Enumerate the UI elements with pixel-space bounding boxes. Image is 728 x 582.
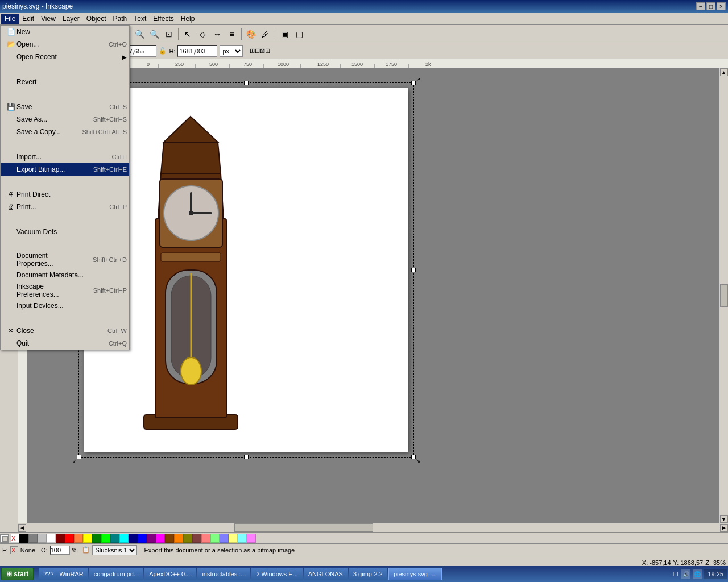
menu-inkscape-prefs[interactable]: Inkscape Preferences... Shift+Ctrl+P bbox=[1, 281, 129, 300]
menu-path[interactable]: Path bbox=[110, 14, 131, 24]
color-brown[interactable] bbox=[165, 534, 174, 543]
vscrollbar[interactable]: ▲ ▼ bbox=[719, 68, 728, 523]
color-lightgreen[interactable] bbox=[210, 534, 220, 543]
color-lightmagenta[interactable] bbox=[247, 534, 256, 543]
tb-align[interactable]: ≡ bbox=[225, 27, 239, 41]
color-lightred[interactable] bbox=[201, 534, 210, 543]
color-cyan[interactable] bbox=[119, 534, 129, 543]
menu-text[interactable]: Text bbox=[130, 14, 150, 24]
color-darkorange[interactable] bbox=[174, 534, 183, 543]
menu-sep6 bbox=[1, 238, 129, 251]
svg-text:1250: 1250 bbox=[317, 61, 329, 67]
unit-select[interactable]: px mm cm in bbox=[220, 45, 243, 57]
color-lightyellow[interactable] bbox=[229, 534, 238, 543]
taskbar-gimp[interactable]: 3 gimp-2.2 bbox=[349, 568, 387, 580]
tb-zoom-fit[interactable]: ⊡ bbox=[162, 27, 176, 41]
coord-y-display: Y: 1868,57 bbox=[673, 559, 704, 566]
taskbar-sep1 bbox=[36, 568, 36, 580]
menubar: File Edit View Layer Object Path Text Ef… bbox=[0, 13, 728, 25]
menu-new[interactable]: 📄 New bbox=[1, 26, 129, 38]
menu-open[interactable]: 📂 Open... Ctrl+O bbox=[1, 38, 129, 51]
menu-sep2 bbox=[1, 88, 129, 101]
taskbar-anglonas[interactable]: ANGLONAS bbox=[304, 568, 348, 580]
menu-print-direct[interactable]: 🖨 Print Direct bbox=[1, 188, 129, 201]
color-lightcyan[interactable] bbox=[238, 534, 247, 543]
h-input[interactable] bbox=[177, 45, 217, 57]
menu-layer[interactable]: Layer bbox=[59, 14, 83, 24]
color-darkred[interactable] bbox=[56, 534, 65, 543]
opacity-pct: % bbox=[72, 547, 78, 554]
menu-save-as[interactable]: Save As... Shift+Ctrl+S bbox=[1, 113, 129, 126]
lock-icon[interactable]: 🔓 bbox=[159, 47, 167, 55]
color-red[interactable] bbox=[65, 534, 74, 543]
color-navy[interactable] bbox=[129, 534, 138, 543]
menu-object[interactable]: Object bbox=[83, 14, 110, 24]
color-yellow[interactable] bbox=[83, 534, 92, 543]
color-purple[interactable] bbox=[147, 534, 156, 543]
start-button[interactable]: ⊞ start bbox=[1, 568, 34, 580]
menu-help[interactable]: Help bbox=[177, 14, 198, 24]
taskbar-instructables[interactable]: instructables :... bbox=[197, 568, 250, 580]
menu-import[interactable]: Import... Ctrl+I bbox=[1, 151, 129, 163]
menu-view[interactable]: View bbox=[38, 14, 59, 24]
tb-group[interactable]: ▣ bbox=[278, 27, 291, 41]
color-mauve[interactable] bbox=[192, 534, 201, 543]
color-gray[interactable] bbox=[28, 534, 38, 543]
color-black[interactable] bbox=[19, 534, 28, 543]
tb-select[interactable]: ↖ bbox=[181, 27, 195, 41]
menu-close[interactable]: ✕ Close Ctrl+W bbox=[1, 325, 129, 337]
canvas[interactable]: ↖ ↗ ↙ ↘ bbox=[27, 68, 728, 523]
statusbar: F: X None O: % 📋 Sluoksnis 1 Export this… bbox=[0, 543, 728, 556]
color-white[interactable] bbox=[47, 534, 56, 543]
menu-save[interactable]: 💾 Save Ctrl+S bbox=[1, 101, 129, 113]
taskbar-windows-e[interactable]: 2 Windows E... bbox=[251, 568, 302, 580]
menu-input-devices[interactable]: Input Devices... bbox=[1, 300, 129, 312]
menu-save-copy[interactable]: Save a Copy... Shift+Ctrl+Alt+S bbox=[1, 126, 129, 138]
minimize-button[interactable]: − bbox=[696, 2, 705, 10]
taskbar-apexdc[interactable]: ApexDC++ 0.... bbox=[144, 568, 196, 580]
color-blue[interactable] bbox=[138, 534, 147, 543]
taskbar-inkscape[interactable]: piesinys.svg -... bbox=[388, 568, 442, 580]
color-darkgreen[interactable] bbox=[92, 534, 101, 543]
taskbar-clock: 19:25 bbox=[704, 569, 727, 579]
transform-icons: ⊞⊟⊠⊡ bbox=[250, 47, 270, 55]
color-teal[interactable] bbox=[110, 534, 119, 543]
menu-doc-metadata[interactable]: Document Metadata... bbox=[1, 269, 129, 281]
menu-open-recent[interactable]: Open Recent ▶ bbox=[1, 51, 129, 63]
tb-fill[interactable]: 🎨 bbox=[244, 27, 258, 41]
tb-zoom-out[interactable]: 🔍 bbox=[147, 27, 161, 41]
color-orange[interactable] bbox=[74, 534, 83, 543]
color-green[interactable] bbox=[101, 534, 110, 543]
clock-svg bbox=[127, 99, 252, 440]
menu-print[interactable]: 🖨 Print... Ctrl+P bbox=[1, 201, 129, 213]
color-olive[interactable] bbox=[183, 534, 192, 543]
menu-file[interactable]: File bbox=[1, 14, 19, 24]
titlebar-controls: − □ × bbox=[696, 2, 726, 10]
menu-export-bitmap[interactable]: Export Bitmap... Shift+Ctrl+E bbox=[1, 163, 129, 176]
close-button[interactable]: × bbox=[717, 2, 726, 10]
menu-doc-properties[interactable]: Document Properties... Shift+Ctrl+D bbox=[1, 251, 129, 269]
layer-select[interactable]: Sluoksnis 1 bbox=[92, 545, 137, 555]
menu-revert[interactable]: Revert bbox=[1, 76, 129, 88]
svg-text:250: 250 bbox=[175, 61, 184, 67]
svg-rect-37 bbox=[161, 253, 221, 261]
opacity-input[interactable] bbox=[50, 546, 70, 555]
tb-stroke[interactable]: 🖊 bbox=[259, 27, 272, 41]
maximize-button[interactable]: □ bbox=[706, 2, 715, 10]
current-color[interactable] bbox=[0, 534, 9, 543]
tb-node[interactable]: ◇ bbox=[196, 27, 209, 41]
menu-effects[interactable]: Effects bbox=[150, 14, 177, 24]
tb-ungroup[interactable]: ▢ bbox=[292, 27, 306, 41]
taskbar-congadrum[interactable]: congadrum.pd... bbox=[89, 568, 144, 580]
taskbar-winrar[interactable]: ??? - WinRAR bbox=[39, 568, 88, 580]
tb-transform[interactable]: ↔ bbox=[210, 27, 224, 41]
menu-vacuum-defs[interactable]: Vacuum Defs bbox=[1, 226, 129, 238]
color-none[interactable]: X bbox=[10, 534, 19, 543]
tb-zoom-in[interactable]: 🔍 bbox=[133, 27, 146, 41]
color-silver[interactable] bbox=[38, 534, 47, 543]
hscroll-thumb[interactable] bbox=[234, 523, 373, 532]
menu-edit[interactable]: Edit bbox=[19, 14, 38, 24]
menu-quit[interactable]: Quit Ctrl+Q bbox=[1, 337, 129, 350]
color-magenta[interactable] bbox=[156, 534, 165, 543]
color-lightblue[interactable] bbox=[220, 534, 229, 543]
